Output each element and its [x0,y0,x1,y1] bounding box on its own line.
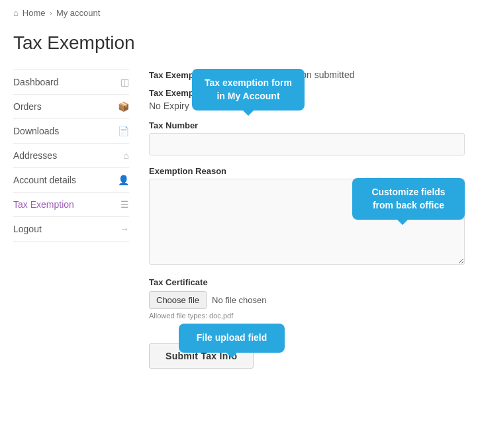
sidebar-item-account-details[interactable]: Account details 👤 [13,168,129,193]
submit-tax-info-button[interactable]: Submit Tax Info [149,343,254,369]
home-icon: ⌂ [13,8,19,18]
expiry-field-row: Tax Exempt Expiry Date No Expiry [149,88,465,111]
tax-number-label: Tax Number [149,120,465,130]
downloads-icon: 📄 [118,126,129,136]
breadcrumb-home-link[interactable]: Home [23,8,46,18]
sidebar: Dashboard ◫ Orders 📦 Downloads 📄 Address… [13,69,129,369]
no-file-label: No file chosen [212,295,266,305]
layout: Dashboard ◫ Orders 📦 Downloads 📄 Address… [13,69,465,369]
status-row: Tax Exemption Status No information subm… [149,69,465,80]
tax-exemption-status-label: Tax Exemption Status [149,70,238,80]
tax-exemption-icon: ☰ [120,199,129,210]
page-title: Tax Exemption [13,32,465,54]
sidebar-item-tax-exemption[interactable]: Tax Exemption ☰ [13,193,129,217]
exemption-reason-label: Exemption Reason [149,166,465,176]
sidebar-item-orders[interactable]: Orders 📦 [13,95,129,119]
sidebar-item-addresses[interactable]: Addresses ⌂ [13,144,129,168]
tax-certificate-label: Tax Certificate [149,277,465,287]
account-details-icon: 👤 [118,175,129,185]
main-content: Tax Exemption Status No information subm… [149,69,465,369]
file-upload-row: Choose file No file chosen [149,291,465,309]
sidebar-item-downloads[interactable]: Downloads 📄 [13,119,129,144]
allowed-types-label: Allowed file types: doc,pdf [149,312,465,320]
tax-certificate-field-row: Tax Certificate Choose file No file chos… [149,277,465,320]
exemption-reason-textarea[interactable] [149,179,465,265]
sidebar-item-logout[interactable]: Logout → [13,217,129,242]
breadcrumb-separator: › [50,8,52,18]
tax-exemption-status-value: No information submitted [252,69,355,80]
logout-icon: → [120,224,129,234]
tax-number-input[interactable] [149,133,465,156]
addresses-icon: ⌂ [124,150,129,161]
tax-number-field-row: Tax Number [149,120,465,156]
choose-file-button[interactable]: Choose file [149,291,207,309]
exemption-reason-field-row: Exemption Reason [149,166,465,267]
breadcrumb-current: My account [56,8,100,18]
sidebar-item-dashboard[interactable]: Dashboard ◫ [13,69,129,95]
dashboard-icon: ◫ [120,77,129,87]
breadcrumb: ⌂ Home › My account [0,0,478,26]
page-container: Tax exemption form in My Account Customi… [0,32,478,395]
expiry-value: No Expiry [149,101,465,111]
expiry-label: Tax Exempt Expiry Date [149,88,465,98]
orders-icon: 📦 [118,101,129,112]
